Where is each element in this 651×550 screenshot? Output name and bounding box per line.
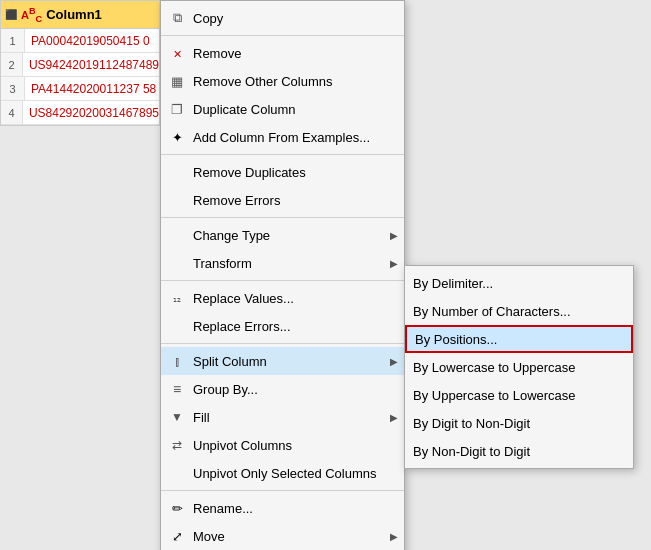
table-row: 4 US84292020031467895 (1, 101, 159, 125)
submenu-item-by-uppercase-to-lowercase[interactable]: By Uppercase to Lowercase (405, 381, 633, 409)
menu-item-remove-other-columns[interactable]: Remove Other Columns (161, 67, 404, 95)
fill-label: Fill (193, 410, 210, 425)
separator (161, 35, 404, 36)
by-uppercase-to-lowercase-label: By Uppercase to Lowercase (413, 388, 576, 403)
move-label: Move (193, 529, 225, 544)
rename-icon: ✏ (167, 501, 187, 516)
replace-errors-label: Replace Errors... (193, 319, 291, 334)
duplicate-column-label: Duplicate Column (193, 102, 296, 117)
table-row: 1 PA00042019050415 0 (1, 29, 159, 53)
unpivot-icon: ⇄ (167, 438, 187, 452)
split-icon: ⫿ (167, 354, 187, 369)
menu-item-split-column[interactable]: ⫿ Split Column ▶ (161, 347, 404, 375)
unpivot-only-selected-label: Unpivot Only Selected Columns (193, 466, 377, 481)
change-type-label: Change Type (193, 228, 270, 243)
add-column-label: Add Column From Examples... (193, 130, 370, 145)
cell-value: US94242019112487489 (23, 58, 159, 72)
rename-label: Rename... (193, 501, 253, 516)
table-row: 3 PA41442020011237 58 (1, 77, 159, 101)
row-number: 1 (1, 29, 25, 52)
separator (161, 490, 404, 491)
fill-icon: ▼ (167, 410, 187, 424)
remove-icon (167, 46, 187, 61)
by-delimiter-label: By Delimiter... (413, 276, 493, 291)
menu-item-unpivot-only-selected[interactable]: Unpivot Only Selected Columns (161, 459, 404, 487)
menu-item-unpivot-columns[interactable]: ⇄ Unpivot Columns (161, 431, 404, 459)
table-row: 2 US94242019112487489 (1, 53, 159, 77)
arrow-icon: ▶ (390, 412, 398, 423)
cell-value: PA00042019050415 0 (25, 34, 150, 48)
separator (161, 343, 404, 344)
menu-item-copy[interactable]: Copy (161, 4, 404, 32)
by-number-of-characters-label: By Number of Characters... (413, 304, 571, 319)
menu-item-remove-errors[interactable]: Remove Errors (161, 186, 404, 214)
add-col-icon: ✦ (167, 130, 187, 145)
submenu-item-by-number-of-characters[interactable]: By Number of Characters... (405, 297, 633, 325)
cell-value: PA41442020011237 58 (25, 82, 156, 96)
dup-icon (167, 102, 187, 117)
split-column-submenu: By Delimiter... By Number of Characters.… (404, 265, 634, 469)
arrow-icon: ▶ (390, 258, 398, 269)
by-positions-label: By Positions... (415, 332, 497, 347)
split-column-label: Split Column (193, 354, 267, 369)
type-icon: ABC (21, 6, 42, 24)
remove-other-columns-label: Remove Other Columns (193, 74, 332, 89)
sort-icon: ⬛ (5, 9, 17, 20)
submenu-item-by-delimiter[interactable]: By Delimiter... (405, 269, 633, 297)
group-icon: ≡ (167, 381, 187, 397)
row-number: 2 (1, 53, 23, 76)
copy-icon (167, 10, 187, 26)
submenu-item-by-lowercase-to-uppercase[interactable]: By Lowercase to Uppercase (405, 353, 633, 381)
menu-item-transform[interactable]: Transform ▶ (161, 249, 404, 277)
replace-icon: ₁₂ (167, 293, 187, 304)
remove-duplicates-label: Remove Duplicates (193, 165, 306, 180)
submenu-item-by-digit-to-non-digit[interactable]: By Digit to Non-Digit (405, 409, 633, 437)
menu-item-add-column-from-examples[interactable]: ✦ Add Column From Examples... (161, 123, 404, 151)
menu-item-duplicate-column[interactable]: Duplicate Column (161, 95, 404, 123)
table-icon (167, 74, 187, 89)
separator (161, 280, 404, 281)
unpivot-columns-label: Unpivot Columns (193, 438, 292, 453)
menu-item-change-type[interactable]: Change Type ▶ (161, 221, 404, 249)
copy-label: Copy (193, 11, 223, 26)
data-table: ⬛ ABC Column1 1 PA00042019050415 0 2 US9… (0, 0, 160, 126)
column-header[interactable]: ⬛ ABC Column1 (1, 1, 159, 29)
menu-item-rename[interactable]: ✏ Rename... (161, 494, 404, 522)
menu-item-remove[interactable]: Remove (161, 39, 404, 67)
replace-values-label: Replace Values... (193, 291, 294, 306)
arrow-icon: ▶ (390, 230, 398, 241)
by-non-digit-to-digit-label: By Non-Digit to Digit (413, 444, 530, 459)
remove-errors-label: Remove Errors (193, 193, 280, 208)
group-by-label: Group By... (193, 382, 258, 397)
row-number: 4 (1, 101, 23, 124)
menu-item-group-by[interactable]: ≡ Group By... (161, 375, 404, 403)
remove-label: Remove (193, 46, 241, 61)
arrow-icon: ▶ (390, 356, 398, 367)
menu-item-replace-errors[interactable]: Replace Errors... (161, 312, 404, 340)
by-digit-to-non-digit-label: By Digit to Non-Digit (413, 416, 530, 431)
menu-item-remove-duplicates[interactable]: Remove Duplicates (161, 158, 404, 186)
transform-label: Transform (193, 256, 252, 271)
separator (161, 217, 404, 218)
menu-item-fill[interactable]: ▼ Fill ▶ (161, 403, 404, 431)
context-menu: Copy Remove Remove Other Columns Duplica… (160, 0, 405, 550)
menu-item-move[interactable]: ⤢ Move ▶ (161, 522, 404, 550)
row-number: 3 (1, 77, 25, 100)
separator (161, 154, 404, 155)
submenu-item-by-positions[interactable]: By Positions... (405, 325, 633, 353)
move-icon: ⤢ (167, 529, 187, 544)
column-name: Column1 (46, 7, 102, 22)
cell-value: US84292020031467895 (23, 106, 159, 120)
arrow-icon: ▶ (390, 531, 398, 542)
by-lowercase-to-uppercase-label: By Lowercase to Uppercase (413, 360, 576, 375)
submenu-item-by-non-digit-to-digit[interactable]: By Non-Digit to Digit (405, 437, 633, 465)
menu-item-replace-values[interactable]: ₁₂ Replace Values... (161, 284, 404, 312)
